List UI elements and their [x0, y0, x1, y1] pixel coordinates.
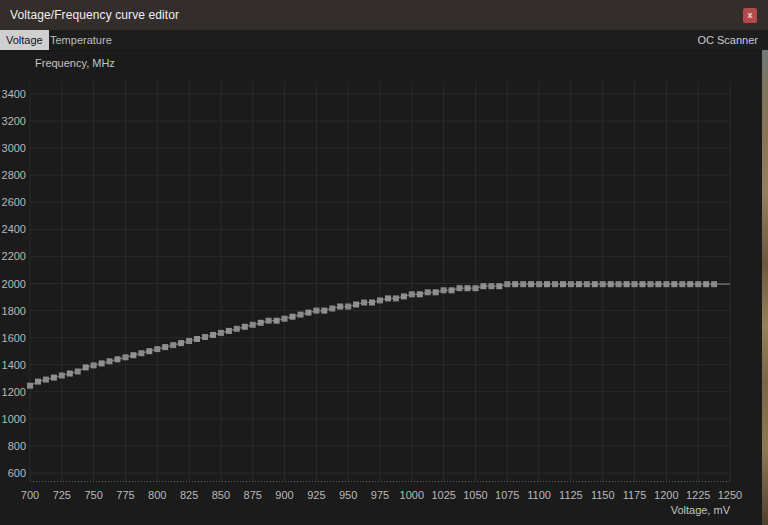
- curve-point[interactable]: [123, 354, 129, 360]
- curve-point[interactable]: [648, 281, 654, 287]
- curve-point[interactable]: [671, 281, 677, 287]
- y-tick-label: 600: [8, 467, 26, 479]
- curve-point[interactable]: [115, 356, 121, 362]
- x-tick-label: 1000: [400, 489, 424, 501]
- curve-point[interactable]: [711, 281, 717, 287]
- curve-point[interactable]: [632, 281, 638, 287]
- curve-point[interactable]: [473, 285, 479, 291]
- curve-point[interactable]: [544, 281, 550, 287]
- curve-point[interactable]: [433, 289, 439, 295]
- curve-point[interactable]: [234, 326, 240, 332]
- curve-point[interactable]: [146, 348, 152, 354]
- curve-point[interactable]: [441, 287, 447, 293]
- curve-point[interactable]: [274, 318, 280, 324]
- curve-point[interactable]: [480, 283, 486, 289]
- curve-point[interactable]: [298, 312, 304, 318]
- oc-scanner-link[interactable]: OC Scanner: [697, 30, 758, 50]
- curve-point[interactable]: [449, 287, 455, 293]
- curve-point[interactable]: [178, 340, 184, 346]
- curve-point[interactable]: [584, 281, 590, 287]
- tab-temperature[interactable]: Temperature: [44, 30, 118, 50]
- curve-point[interactable]: [512, 281, 518, 287]
- curve-point[interactable]: [457, 285, 463, 291]
- curve-point[interactable]: [520, 281, 526, 287]
- curve-point[interactable]: [91, 362, 97, 368]
- curve-point[interactable]: [576, 281, 582, 287]
- curve-point[interactable]: [536, 281, 542, 287]
- curve-point[interactable]: [266, 318, 272, 324]
- close-button[interactable]: x: [743, 8, 757, 23]
- x-axis-title: Voltage, mV: [671, 504, 730, 516]
- curve-point[interactable]: [313, 308, 319, 314]
- curve-point[interactable]: [345, 304, 351, 310]
- curve-point[interactable]: [655, 281, 661, 287]
- curve-point[interactable]: [592, 281, 598, 287]
- curve-point[interactable]: [663, 281, 669, 287]
- curve-point[interactable]: [51, 375, 57, 381]
- curve-point[interactable]: [67, 371, 73, 377]
- curve-point[interactable]: [218, 330, 224, 336]
- x-tick-label: 1225: [686, 489, 710, 501]
- curve-point[interactable]: [425, 289, 431, 295]
- curve-point[interactable]: [361, 300, 367, 306]
- x-tick-label: 1200: [654, 489, 678, 501]
- curve-point[interactable]: [369, 300, 375, 306]
- curve-point[interactable]: [210, 332, 216, 338]
- curve-point[interactable]: [138, 350, 144, 356]
- curve-point[interactable]: [401, 293, 407, 299]
- curve-point[interactable]: [703, 281, 709, 287]
- curve-point[interactable]: [290, 314, 296, 320]
- curve-point[interactable]: [329, 306, 335, 312]
- curve-point[interactable]: [75, 369, 81, 375]
- curve-point[interactable]: [83, 364, 89, 370]
- curve-point[interactable]: [321, 308, 327, 314]
- curve-point[interactable]: [353, 302, 359, 308]
- curve-point[interactable]: [242, 324, 248, 330]
- curve-point[interactable]: [600, 281, 606, 287]
- curve-point[interactable]: [385, 295, 391, 301]
- y-tick-label: 2200: [2, 250, 26, 262]
- curve-point[interactable]: [552, 281, 558, 287]
- curve-point[interactable]: [465, 285, 471, 291]
- curve-point[interactable]: [35, 379, 41, 385]
- vf-curve-chart[interactable]: 3400320030002800260024002200200018001600…: [0, 0, 768, 525]
- curve-point[interactable]: [528, 281, 534, 287]
- curve-point[interactable]: [282, 316, 288, 322]
- curve-point[interactable]: [687, 281, 693, 287]
- curve-point[interactable]: [130, 352, 136, 358]
- curve-point[interactable]: [560, 281, 566, 287]
- curve-point[interactable]: [640, 281, 646, 287]
- curve-point[interactable]: [250, 322, 256, 328]
- curve-point[interactable]: [305, 310, 311, 316]
- curve-point[interactable]: [496, 283, 502, 289]
- curve-point[interactable]: [624, 281, 630, 287]
- curve-point[interactable]: [679, 281, 685, 287]
- curve-point[interactable]: [59, 373, 65, 379]
- curve-point[interactable]: [107, 358, 113, 364]
- curve-point[interactable]: [695, 281, 701, 287]
- curve-point[interactable]: [170, 342, 176, 348]
- curve-point[interactable]: [27, 383, 33, 389]
- curve-point[interactable]: [377, 297, 383, 303]
- x-tick-label: 925: [307, 489, 325, 501]
- curve-point[interactable]: [186, 338, 192, 344]
- curve-point[interactable]: [409, 291, 415, 297]
- curve-point[interactable]: [99, 360, 105, 366]
- curve-point[interactable]: [154, 346, 160, 352]
- curve-point[interactable]: [258, 320, 264, 326]
- curve-point[interactable]: [616, 281, 622, 287]
- curve-point[interactable]: [417, 291, 423, 297]
- curve-point[interactable]: [202, 334, 208, 340]
- tab-voltage[interactable]: Voltage: [0, 30, 49, 50]
- curve-point[interactable]: [43, 377, 49, 383]
- curve-point[interactable]: [568, 281, 574, 287]
- curve-point[interactable]: [194, 336, 200, 342]
- curve-point[interactable]: [488, 283, 494, 289]
- window-titlebar[interactable]: Voltage/Frequency curve editor x: [0, 0, 768, 30]
- curve-point[interactable]: [226, 328, 232, 334]
- curve-point[interactable]: [393, 295, 399, 301]
- curve-point[interactable]: [504, 281, 510, 287]
- curve-point[interactable]: [608, 281, 614, 287]
- curve-point[interactable]: [162, 344, 168, 350]
- curve-point[interactable]: [337, 304, 343, 310]
